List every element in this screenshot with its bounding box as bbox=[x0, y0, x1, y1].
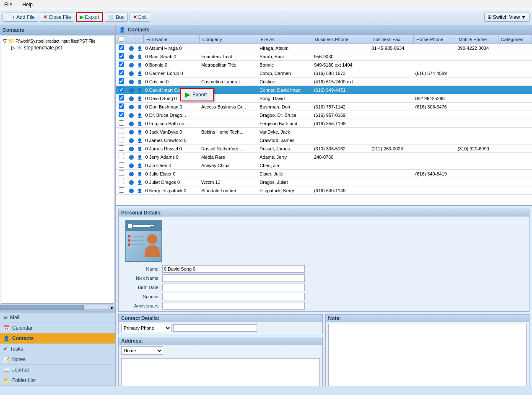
spouse-input[interactable] bbox=[162, 293, 305, 300]
export-popup[interactable]: ▶ Export bbox=[180, 88, 214, 101]
th-company[interactable]: Company bbox=[200, 35, 258, 44]
table-row[interactable]: 🔵 👤 0 Don Bushman 0 Access Business Gr..… bbox=[116, 103, 532, 111]
row-full-name: 0 Dr. Bruce Drago... bbox=[144, 111, 200, 119]
nav-notes[interactable]: 📝 Notes bbox=[0, 354, 115, 365]
menu-file[interactable]: File bbox=[2, 1, 15, 8]
table-row[interactable]: 🔵 👤 0 David Song 0 Song, David 852 96425… bbox=[116, 94, 532, 103]
row-checkbox[interactable] bbox=[119, 187, 124, 193]
row-biz-phone bbox=[312, 94, 370, 103]
row-company bbox=[200, 119, 258, 128]
table-row[interactable]: 🔵 👤 0 Cristine 0 Cosmetica Laborat... Cr… bbox=[116, 77, 532, 86]
table-row[interactable]: 🔵 👤 0 Bonnie 0 Metropolitan Title Bonnie… bbox=[116, 61, 532, 69]
nav-contacts[interactable]: 👤 Contacts bbox=[0, 333, 115, 344]
th-file-as[interactable]: File As bbox=[258, 35, 312, 44]
nav-tasks[interactable]: ✔ Tasks bbox=[0, 344, 115, 354]
buy-button[interactable]: 🛒 Buy bbox=[105, 13, 128, 22]
row-file-as: Chen, Jia bbox=[258, 161, 312, 170]
tree-child-item[interactable]: ▷ 📧 stepnenchale.pst bbox=[3, 44, 112, 51]
row-biz-phone: 949-5180 ext 1404 bbox=[312, 61, 370, 69]
table-row[interactable]: 🔵 👤 0 Kerry Fitzpatrick 0 Standale Lumbe… bbox=[116, 186, 532, 195]
th-icon1[interactable] bbox=[127, 35, 135, 44]
table-row[interactable]: 🔵 👤 0 Jack VanDyke 0 Bekins Home Tech...… bbox=[116, 128, 532, 136]
row-checkbox[interactable] bbox=[119, 137, 124, 142]
row-checkbox[interactable] bbox=[119, 120, 124, 126]
exit-button[interactable]: ✕ Exit bbox=[130, 13, 150, 22]
row-checkbox[interactable] bbox=[119, 70, 124, 75]
table-row[interactable]: 🔵 👤 0 Jia Chen 0 Amway China Chen, Jia bbox=[116, 161, 532, 170]
row-categories bbox=[498, 86, 532, 94]
table-row[interactable]: 🔵 👤 0 Baar Sarah 0 Founders Trust Sarah,… bbox=[116, 52, 532, 61]
table-row[interactable]: 🔵 👤 0 James Russel 0 Russel Rutherford..… bbox=[116, 145, 532, 153]
tree-root-item[interactable]: ▽ 📁 F:\work\Systool product input files\… bbox=[3, 38, 112, 44]
nav-folder-list[interactable]: 📂 Folder List bbox=[0, 375, 115, 386]
nav-mail[interactable]: ✉ Mail bbox=[0, 312, 115, 323]
close-file-button[interactable]: ✕ Close File bbox=[40, 13, 74, 22]
table-row[interactable]: 🔵 👤 0 James Crawford 0 Crawford, James bbox=[116, 136, 532, 145]
row-icon1: 🔵 bbox=[127, 128, 135, 136]
row-checkbox[interactable] bbox=[119, 95, 124, 101]
row-biz-fax bbox=[370, 178, 414, 186]
nav-journal[interactable]: 📖 Journal bbox=[0, 365, 115, 375]
row-checkbox[interactable] bbox=[119, 53, 124, 59]
add-file-button[interactable]: 📄+ Add File bbox=[3, 13, 38, 22]
row-checkbox[interactable] bbox=[119, 103, 124, 109]
tree-collapse-icon: ▽ bbox=[3, 38, 7, 44]
th-biz-phone[interactable]: Business Phone bbox=[312, 35, 370, 44]
row-biz-phone: (616) 787-1142 bbox=[312, 103, 370, 111]
row-checkbox[interactable] bbox=[119, 62, 124, 67]
th-checkbox[interactable] bbox=[116, 35, 127, 44]
row-full-name: 0 Kerry Fitzpatrick 0 bbox=[144, 186, 200, 195]
nav-calendar[interactable]: 📅 Calendar bbox=[0, 323, 115, 333]
row-categories bbox=[498, 94, 532, 103]
tree-area[interactable]: ▽ 📁 F:\work\Systool product input files\… bbox=[1, 36, 114, 304]
table-row[interactable]: 🔵 👤 0 Dr. Bruce Drago... Dragoo, Dr. Bru… bbox=[116, 111, 532, 119]
row-checkbox[interactable] bbox=[119, 129, 124, 134]
th-biz-fax[interactable]: Business Fax bbox=[370, 35, 414, 44]
row-biz-fax bbox=[370, 86, 414, 94]
note-textarea[interactable] bbox=[328, 324, 527, 386]
address-type-select[interactable]: Home: Business: Other: bbox=[121, 346, 163, 355]
anniversary-input[interactable] bbox=[162, 302, 305, 310]
table-row[interactable]: 🔵 👤 0 Fergison Bath an... Fergison Bath … bbox=[116, 119, 532, 128]
row-checkbox[interactable] bbox=[119, 78, 124, 84]
table-row[interactable]: 🔵 👤 0 Carmen Borup 0 Borup, Carmen (616)… bbox=[116, 69, 532, 77]
export-button[interactable]: ▶ Export bbox=[76, 12, 103, 22]
row-home-phone: (616) 574-4589 bbox=[414, 69, 456, 77]
row-icon2: 👤 bbox=[135, 170, 144, 178]
select-all-checkbox[interactable] bbox=[119, 36, 124, 41]
row-categories bbox=[498, 128, 532, 136]
row-biz-phone: (310) 306-5162 bbox=[312, 145, 370, 153]
th-home-phone[interactable]: Home Phone bbox=[414, 35, 456, 44]
nickname-input[interactable] bbox=[162, 274, 305, 282]
row-checkbox[interactable] bbox=[119, 87, 124, 92]
avatar-lines bbox=[128, 232, 144, 259]
table-row[interactable]: 🔵 👤 0 David Imart Co... Conner, David Im… bbox=[116, 86, 532, 94]
row-checkbox[interactable] bbox=[119, 154, 124, 159]
primary-phone-select[interactable]: Primary Phone Business Phone Home Phone … bbox=[121, 324, 171, 332]
contacts-table-container[interactable]: Full Name Company File As Business Phone… bbox=[116, 34, 532, 206]
th-icon2[interactable] bbox=[135, 35, 144, 44]
row-biz-phone: 248-0760 bbox=[312, 153, 370, 161]
address-textarea[interactable] bbox=[121, 358, 320, 386]
row-checkbox[interactable] bbox=[119, 45, 124, 50]
row-home-phone bbox=[414, 77, 456, 86]
row-checkbox[interactable] bbox=[119, 145, 124, 151]
table-row[interactable]: 🔵 👤 0 Jerry Adams 0 Media Rare Adams, Je… bbox=[116, 153, 532, 161]
table-row[interactable]: 🔵 👤 0 Juliet Dragos 0 Wzzm 13 Dragos, Ju… bbox=[116, 178, 532, 186]
name-input[interactable] bbox=[162, 265, 305, 273]
birthdate-input[interactable] bbox=[162, 284, 305, 291]
row-checkbox[interactable] bbox=[119, 112, 124, 117]
details-area: Personal Details: bbox=[116, 206, 532, 386]
th-mobile[interactable]: Mobile Phone bbox=[456, 35, 498, 44]
menu-help[interactable]: Help bbox=[20, 1, 35, 8]
row-checkbox[interactable] bbox=[119, 170, 124, 176]
table-row[interactable]: 🔵 👤 0 Julie Eister 0 Eister, Julie (616)… bbox=[116, 170, 532, 178]
th-categories[interactable]: Categories bbox=[498, 35, 532, 44]
row-checkbox[interactable] bbox=[119, 162, 124, 168]
primary-phone-input[interactable] bbox=[173, 324, 257, 332]
switch-view-button[interactable]: ⊞ Switch View ▼ bbox=[484, 13, 529, 22]
horizontal-scroll[interactable]: ▶ bbox=[0, 305, 115, 310]
table-row[interactable]: 🔵 👤 0 Atsumi Hiraga 0 Hiraga, Atsumi 81-… bbox=[116, 44, 532, 52]
row-checkbox[interactable] bbox=[119, 179, 124, 184]
th-full-name[interactable]: Full Name bbox=[144, 35, 200, 44]
